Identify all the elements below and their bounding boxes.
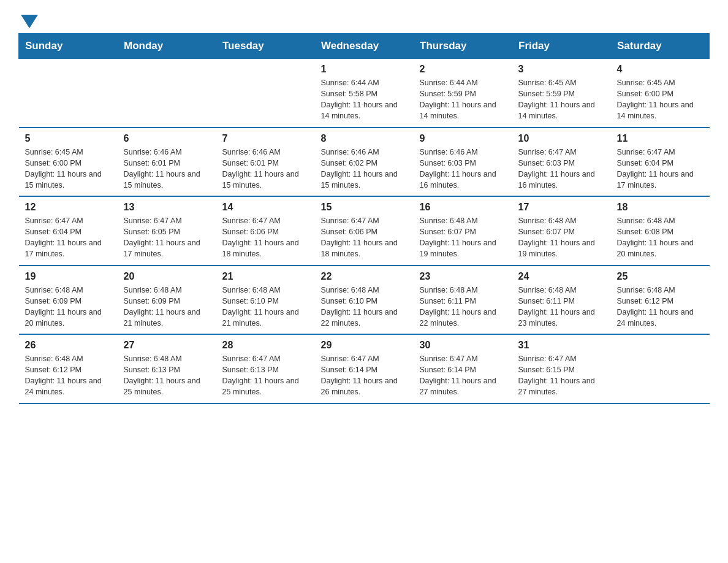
day-info: Sunrise: 6:44 AMSunset: 5:59 PMDaylight:… xyxy=(420,77,506,122)
sunrise-text: Sunrise: 6:48 AM xyxy=(518,215,605,226)
day-number: 9 xyxy=(420,133,506,144)
sunrise-text: Sunrise: 6:47 AM xyxy=(420,353,506,364)
header-sunday: Sunday xyxy=(19,34,118,59)
day-number: 10 xyxy=(518,133,605,144)
daylight-text: Daylight: 11 hours and 21 minutes. xyxy=(222,307,309,329)
sunset-text: Sunset: 6:13 PM xyxy=(222,364,309,375)
day-info: Sunrise: 6:46 AMSunset: 6:01 PMDaylight:… xyxy=(124,147,210,191)
calendar-day-cell: 20Sunrise: 6:48 AMSunset: 6:09 PMDayligh… xyxy=(118,266,216,335)
calendar-week-row: 5Sunrise: 6:45 AMSunset: 6:00 PMDaylight… xyxy=(19,128,710,197)
sunrise-text: Sunrise: 6:47 AM xyxy=(321,353,408,364)
sunset-text: Sunset: 6:07 PM xyxy=(420,226,506,237)
calendar-day-cell: 8Sunrise: 6:46 AMSunset: 6:02 PMDaylight… xyxy=(315,128,414,197)
sunrise-text: Sunrise: 6:44 AM xyxy=(420,77,506,88)
sunset-text: Sunset: 6:05 PM xyxy=(124,226,210,237)
calendar-day-cell: 21Sunrise: 6:48 AMSunset: 6:10 PMDayligh… xyxy=(216,266,315,335)
sunrise-text: Sunrise: 6:45 AM xyxy=(518,77,605,88)
day-info: Sunrise: 6:47 AMSunset: 6:14 PMDaylight:… xyxy=(321,353,408,398)
daylight-text: Daylight: 11 hours and 19 minutes. xyxy=(518,237,605,259)
day-number: 20 xyxy=(124,271,210,282)
day-number: 13 xyxy=(124,202,210,213)
sunset-text: Sunset: 6:01 PM xyxy=(222,158,309,169)
sunset-text: Sunset: 6:00 PM xyxy=(617,88,703,99)
daylight-text: Daylight: 11 hours and 26 minutes. xyxy=(321,375,408,397)
weekday-header-row: SundayMondayTuesdayWednesdayThursdayFrid… xyxy=(19,34,710,59)
header-friday: Friday xyxy=(512,34,611,59)
daylight-text: Daylight: 11 hours and 15 minutes. xyxy=(25,169,112,191)
calendar-day-cell: 16Sunrise: 6:48 AMSunset: 6:07 PMDayligh… xyxy=(414,196,512,266)
sunrise-text: Sunrise: 6:45 AM xyxy=(617,77,703,88)
calendar-day-cell: 6Sunrise: 6:46 AMSunset: 6:01 PMDaylight… xyxy=(118,128,216,197)
calendar-day-cell: 2Sunrise: 6:44 AMSunset: 5:59 PMDaylight… xyxy=(414,59,512,128)
day-number: 18 xyxy=(617,202,703,213)
sunset-text: Sunset: 6:06 PM xyxy=(222,226,309,237)
daylight-text: Daylight: 11 hours and 16 minutes. xyxy=(518,169,605,191)
daylight-text: Daylight: 11 hours and 14 minutes. xyxy=(617,99,703,121)
day-number: 2 xyxy=(420,64,506,75)
sunset-text: Sunset: 6:06 PM xyxy=(321,226,408,237)
calendar-day-cell: 22Sunrise: 6:48 AMSunset: 6:10 PMDayligh… xyxy=(315,266,414,335)
day-number: 21 xyxy=(222,271,309,282)
sunrise-text: Sunrise: 6:46 AM xyxy=(321,147,408,158)
day-number: 6 xyxy=(124,133,210,144)
calendar-week-row: 1Sunrise: 6:44 AMSunset: 5:58 PMDaylight… xyxy=(19,59,710,128)
day-number: 26 xyxy=(25,340,112,351)
sunset-text: Sunset: 6:15 PM xyxy=(518,364,605,375)
calendar-day-cell: 13Sunrise: 6:47 AMSunset: 6:05 PMDayligh… xyxy=(118,196,216,266)
sunrise-text: Sunrise: 6:44 AM xyxy=(321,77,408,88)
daylight-text: Daylight: 11 hours and 22 minutes. xyxy=(420,307,506,329)
sunrise-text: Sunrise: 6:47 AM xyxy=(222,215,309,226)
day-number: 16 xyxy=(420,202,506,213)
day-info: Sunrise: 6:47 AMSunset: 6:03 PMDaylight:… xyxy=(518,147,605,191)
day-info: Sunrise: 6:47 AMSunset: 6:15 PMDaylight:… xyxy=(518,353,605,398)
calendar-day-cell: 14Sunrise: 6:47 AMSunset: 6:06 PMDayligh… xyxy=(216,196,315,266)
day-number: 29 xyxy=(321,340,408,351)
day-info: Sunrise: 6:48 AMSunset: 6:07 PMDaylight:… xyxy=(518,215,605,260)
daylight-text: Daylight: 11 hours and 24 minutes. xyxy=(617,307,703,329)
daylight-text: Daylight: 11 hours and 15 minutes. xyxy=(124,169,210,191)
sunset-text: Sunset: 5:59 PM xyxy=(518,88,605,99)
day-number: 24 xyxy=(518,271,605,282)
calendar-day-cell: 3Sunrise: 6:45 AMSunset: 5:59 PMDaylight… xyxy=(512,59,611,128)
day-number: 3 xyxy=(518,64,605,75)
sunset-text: Sunset: 6:09 PM xyxy=(25,296,112,307)
sunset-text: Sunset: 6:12 PM xyxy=(617,296,703,307)
sunrise-text: Sunrise: 6:47 AM xyxy=(617,147,703,158)
day-info: Sunrise: 6:48 AMSunset: 6:11 PMDaylight:… xyxy=(518,285,605,329)
sunrise-text: Sunrise: 6:46 AM xyxy=(124,147,210,158)
sunrise-text: Sunrise: 6:48 AM xyxy=(25,285,112,296)
daylight-text: Daylight: 11 hours and 18 minutes. xyxy=(321,237,408,259)
calendar-day-cell: 28Sunrise: 6:47 AMSunset: 6:13 PMDayligh… xyxy=(216,334,315,404)
sunset-text: Sunset: 6:01 PM xyxy=(124,158,210,169)
day-number: 17 xyxy=(518,202,605,213)
calendar-day-cell: 5Sunrise: 6:45 AMSunset: 6:00 PMDaylight… xyxy=(19,128,118,197)
calendar-day-cell: 9Sunrise: 6:46 AMSunset: 6:03 PMDaylight… xyxy=(414,128,512,197)
header-wednesday: Wednesday xyxy=(315,34,414,59)
sunset-text: Sunset: 6:11 PM xyxy=(420,296,506,307)
daylight-text: Daylight: 11 hours and 17 minutes. xyxy=(124,237,210,259)
sunrise-text: Sunrise: 6:46 AM xyxy=(420,147,506,158)
sunrise-text: Sunrise: 6:47 AM xyxy=(25,215,112,226)
day-info: Sunrise: 6:45 AMSunset: 6:00 PMDaylight:… xyxy=(25,147,112,191)
calendar-day-cell xyxy=(611,334,710,404)
day-info: Sunrise: 6:47 AMSunset: 6:05 PMDaylight:… xyxy=(124,215,210,260)
day-number: 27 xyxy=(124,340,210,351)
calendar-day-cell: 19Sunrise: 6:48 AMSunset: 6:09 PMDayligh… xyxy=(19,266,118,335)
sunrise-text: Sunrise: 6:47 AM xyxy=(124,215,210,226)
daylight-text: Daylight: 11 hours and 19 minutes. xyxy=(420,237,506,259)
day-number: 22 xyxy=(321,271,408,282)
sunset-text: Sunset: 6:04 PM xyxy=(617,158,703,169)
day-number: 12 xyxy=(25,202,112,213)
sunrise-text: Sunrise: 6:48 AM xyxy=(124,353,210,364)
day-info: Sunrise: 6:46 AMSunset: 6:03 PMDaylight:… xyxy=(420,147,506,191)
daylight-text: Daylight: 11 hours and 16 minutes. xyxy=(420,169,506,191)
sunrise-text: Sunrise: 6:46 AM xyxy=(222,147,309,158)
sunrise-text: Sunrise: 6:48 AM xyxy=(25,353,112,364)
day-info: Sunrise: 6:48 AMSunset: 6:09 PMDaylight:… xyxy=(25,285,112,329)
sunset-text: Sunset: 6:11 PM xyxy=(518,296,605,307)
day-info: Sunrise: 6:48 AMSunset: 6:12 PMDaylight:… xyxy=(617,285,703,329)
day-info: Sunrise: 6:44 AMSunset: 5:58 PMDaylight:… xyxy=(321,77,408,122)
calendar-week-row: 19Sunrise: 6:48 AMSunset: 6:09 PMDayligh… xyxy=(19,266,710,335)
calendar-day-cell: 12Sunrise: 6:47 AMSunset: 6:04 PMDayligh… xyxy=(19,196,118,266)
sunset-text: Sunset: 6:03 PM xyxy=(518,158,605,169)
